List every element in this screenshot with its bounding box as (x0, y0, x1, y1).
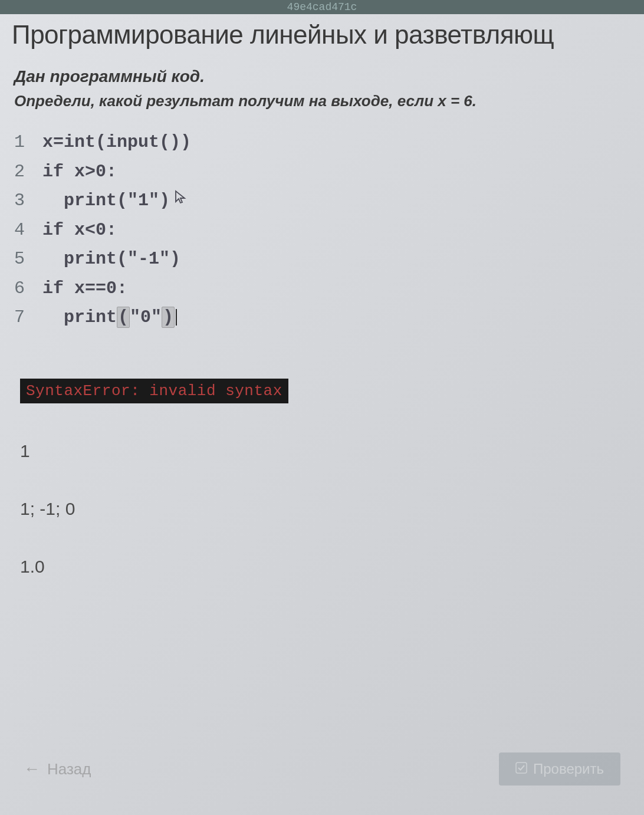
content-area: Дан программный код. Определи, какой рез… (0, 67, 644, 587)
answer-option-1[interactable]: 1 (14, 430, 630, 472)
answer-list: SyntaxError: invalid syntax 1 1; -1; 0 1… (14, 368, 630, 587)
code-line: 7 print("0") (14, 303, 630, 333)
answer-option-3[interactable]: 1.0 (14, 546, 630, 587)
page-title: Программирование линейных и разветвляющ (0, 14, 644, 67)
line-number: 1 (14, 128, 42, 157)
code-line: 6 if x==0: (14, 274, 630, 304)
back-button[interactable]: ← Назад (24, 760, 91, 778)
bracket-match-open: ( (117, 307, 130, 328)
mouse-cursor-icon (175, 186, 186, 216)
code-line: 3 print("1") (14, 186, 630, 216)
line-number: 7 (14, 303, 42, 333)
code-text: print("1") (42, 186, 170, 216)
code-line: 5 print("-1") (14, 245, 630, 274)
url-fragment: 49e4cad471c (0, 0, 644, 14)
line-number: 4 (14, 216, 42, 245)
syntax-error-badge: SyntaxError: invalid syntax (20, 379, 288, 403)
line-number: 2 (14, 157, 42, 187)
check-icon (515, 761, 527, 777)
code-text: if x<0: (42, 216, 117, 245)
code-line: 4 if x<0: (14, 216, 630, 245)
prompt-text-2: Определи, какой результат получим на вых… (14, 92, 630, 110)
check-button-label: Проверить (533, 761, 604, 777)
answer-option-2[interactable]: 1; -1; 0 (14, 488, 630, 530)
code-text: if x==0: (42, 274, 127, 304)
arrow-left-icon: ← (24, 760, 40, 778)
code-text: if x>0: (42, 157, 117, 187)
prompt-text-1: Дан программный код. (14, 67, 630, 86)
bracket-match-close: ) (162, 307, 175, 328)
code-line: 1 x=int(input()) (14, 128, 630, 157)
code-text: print("-1") (42, 245, 180, 274)
check-button[interactable]: Проверить (499, 752, 620, 786)
code-block: 1 x=int(input()) 2 if x>0: 3 print("1") … (14, 128, 630, 350)
line-number: 6 (14, 274, 42, 304)
line-number: 3 (14, 186, 42, 216)
code-text: print("0") (42, 303, 177, 333)
code-text: x=int(input()) (42, 128, 191, 157)
code-line: 2 if x>0: (14, 157, 630, 187)
answer-option-error[interactable]: SyntaxError: invalid syntax (14, 368, 630, 414)
svg-rect-0 (516, 763, 527, 773)
footer-bar: ← Назад Проверить (0, 741, 644, 797)
line-number: 5 (14, 245, 42, 274)
text-cursor-icon (176, 309, 177, 326)
back-button-label: Назад (47, 760, 91, 778)
